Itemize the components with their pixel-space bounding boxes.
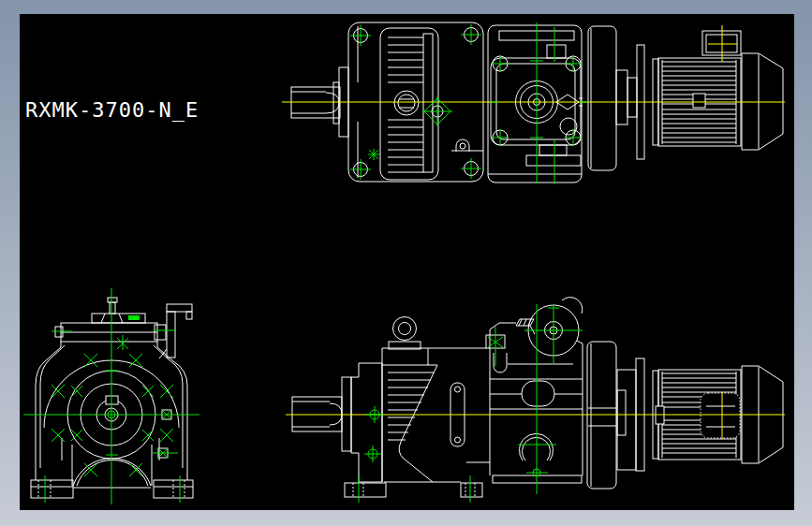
- app-window: RXMK-3700-N_E: [0, 0, 812, 526]
- side-view-second-stage: [345, 298, 583, 497]
- cad-drawing: [20, 14, 794, 510]
- side-view: [286, 298, 785, 503]
- top-view-motor-adapter: [588, 26, 644, 170]
- front-view-center-marks: [23, 288, 199, 504]
- side-view-center-marks: [359, 304, 583, 503]
- side-view-gear-housing: [351, 317, 505, 483]
- top-view-center-marks: [350, 22, 588, 184]
- breather-vent: [108, 298, 117, 302]
- top-view-second-stage: [488, 25, 583, 183]
- terminal-box-hidden: [701, 393, 740, 438]
- lifting-eyebolt: [393, 317, 417, 341]
- handle-bracket: [167, 304, 192, 312]
- motor-nameplate: [693, 94, 705, 108]
- front-view: [23, 288, 199, 504]
- top-view-motor: [653, 31, 783, 150]
- cad-viewport[interactable]: RXMK-3700-N_E: [20, 14, 794, 510]
- top-view: [282, 22, 785, 184]
